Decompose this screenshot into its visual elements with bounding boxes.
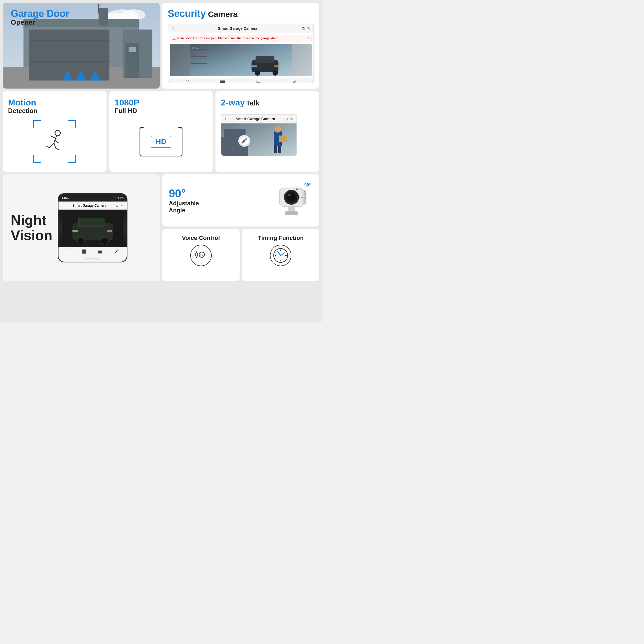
night-title-line2: Vision — [11, 228, 52, 243]
video-icon[interactable]: ⬛ — [220, 80, 225, 83]
svg-rect-25 — [256, 56, 275, 63]
night-vision-text: Night Vision — [11, 213, 52, 243]
hd-icon-area: HD — [115, 118, 208, 165]
svg-point-72 — [200, 254, 201, 255]
angle-text: 90° Adjustable Angle — [169, 187, 260, 214]
night-phone-header: ‹ Smart Garage Camera ⊡ ✎ — [58, 202, 127, 210]
night-copy-icon[interactable]: ⊡ — [116, 204, 118, 207]
talk-camera-feed: 🎤 — [221, 123, 297, 156]
night-fullscreen-icon[interactable]: ⛶ — [67, 249, 70, 254]
svg-line-37 — [56, 148, 59, 150]
talk-phone-icons: ⊡ ✎ — [285, 117, 293, 121]
motion-icon-area — [8, 118, 101, 165]
night-phone-bottom-bar: ⛶ ⬛ 📷 🎤 — [58, 247, 127, 256]
talk-phone-header: ‹ Smart Garage Camera ⊡ ✎ — [221, 115, 297, 123]
svg-rect-22 — [196, 48, 199, 49]
motion-title: Motion Detection — [8, 98, 37, 115]
night-phone-status-bar: 13:30 ▪▪▪ 55% — [58, 194, 127, 202]
timing-function-title: Timing Function — [258, 235, 304, 241]
alert-close-button[interactable]: ✕ — [307, 36, 310, 40]
garage-title: Garage Door Opener — [11, 8, 69, 27]
phone-cam-title: Smart Garage Camera — [176, 26, 299, 31]
timing-function-cell: Timing Function — [242, 229, 320, 281]
security-camera-cell: Security Camera < Smart Garage Camera ⊡ … — [162, 3, 319, 89]
hd-label: HD — [151, 136, 171, 148]
svg-rect-54 — [107, 230, 112, 232]
talk-copy-icon[interactable]: ⊡ — [285, 117, 288, 121]
svg-rect-23 — [192, 54, 196, 56]
arrow-up-3 — [90, 71, 100, 81]
talk-cam-title: Smart Garage Camera — [228, 117, 283, 121]
night-cam-title: Smart Garage Camera — [64, 204, 114, 207]
svg-rect-18 — [191, 49, 207, 50]
security-title-highlight: Security — [168, 8, 206, 19]
night-phone-mockup: 13:30 ▪▪▪ 55% ‹ Smart Garage Camera ⊡ ✎ — [58, 193, 127, 262]
svg-line-79 — [277, 251, 281, 255]
svg-text:🎤: 🎤 — [241, 137, 248, 144]
svg-point-62 — [288, 194, 291, 196]
svg-point-55 — [77, 237, 85, 245]
camera-icon[interactable]: 📷 — [255, 80, 261, 83]
night-video-icon[interactable]: ⬛ — [82, 249, 86, 254]
svg-rect-57 — [79, 218, 105, 226]
svg-rect-19 — [191, 56, 207, 57]
phone-header: < Smart Garage Camera ⊡ ✎ — [168, 24, 313, 33]
edit-icon[interactable]: ✎ — [307, 26, 310, 31]
motion-detection-cell: Motion Detection — [3, 91, 107, 172]
angle-highlight: 90° — [169, 187, 260, 200]
security-camera-feed — [170, 44, 312, 76]
garage-arrows — [63, 71, 100, 81]
security-title-normal: Camera — [208, 10, 237, 19]
night-edit-icon[interactable]: ✎ — [121, 204, 123, 207]
twoway-talk-cell: 2-way Talk ‹ Smart Garage Camera ⊡ ✎ — [215, 91, 319, 172]
bracket-tl — [33, 120, 41, 128]
talk-back-button[interactable]: ‹ — [225, 117, 226, 121]
talk-highlight: 2-way — [221, 98, 245, 107]
motion-subtitle: Detection — [8, 107, 37, 115]
talk-edit-icon[interactable]: ✎ — [290, 117, 293, 121]
security-phone-mockup: < Smart Garage Camera ⊡ ✎ ⚠ Reminder: Th… — [168, 24, 314, 83]
night-camera-icon[interactable]: 📷 — [98, 249, 103, 254]
garage-title-highlight: Garage Door — [11, 8, 69, 19]
night-feed-scene — [58, 210, 127, 247]
svg-line-34 — [50, 143, 54, 148]
mic-icon[interactable]: 🎤 — [291, 80, 296, 83]
running-person-icon — [41, 128, 68, 155]
svg-point-61 — [287, 193, 295, 201]
night-mic-icon[interactable]: 🎤 — [114, 249, 119, 254]
svg-line-31 — [54, 136, 57, 143]
talk-word: Talk — [246, 99, 259, 107]
svg-line-33 — [55, 140, 58, 143]
clock-svg — [273, 247, 289, 264]
camera-illustration: 90° — [265, 180, 313, 221]
night-vision-cell: Night Vision 13:30 ▪▪▪ 55% ‹ Smart Garag… — [3, 174, 160, 281]
hd-display-icon: HD — [140, 127, 182, 156]
arrow-up-2 — [76, 71, 86, 81]
night-camera-feed — [58, 210, 127, 247]
copy-icon[interactable]: ⊡ — [302, 26, 305, 31]
svg-rect-44 — [279, 136, 287, 142]
angle-cell: 90° Adjustable Angle — [162, 174, 319, 226]
phone-time: 13:30 — [62, 196, 69, 199]
svg-point-42 — [275, 126, 281, 133]
phone-bottom-bar: ⛶ ⬛ 📷 🎤 — [168, 78, 313, 83]
bracket-bl — [33, 155, 41, 163]
night-swipe-area — [58, 256, 127, 262]
svg-point-26 — [255, 70, 260, 76]
svg-rect-53 — [72, 230, 78, 232]
bracket-br — [68, 155, 76, 163]
back-button[interactable]: < — [171, 26, 174, 31]
svg-rect-14 — [129, 47, 136, 52]
motion-detection-icon — [33, 120, 76, 163]
hd-highlight: 1080P — [115, 98, 140, 107]
battery-icon: 55% — [118, 196, 123, 199]
alert-bar: ⚠ Reminder: The door is open. Please rem… — [170, 35, 312, 42]
camera-svg: 90° — [265, 180, 313, 220]
night-back-btn[interactable]: ‹ — [62, 204, 63, 207]
fullscreen-icon[interactable]: ⛶ — [185, 80, 190, 83]
voice-control-cell: Voice Control — [162, 229, 240, 281]
voice-control-icon — [190, 245, 212, 266]
svg-rect-28 — [252, 65, 257, 67]
talk-title: 2-way Talk — [221, 98, 259, 108]
svg-text:90°: 90° — [304, 183, 311, 187]
